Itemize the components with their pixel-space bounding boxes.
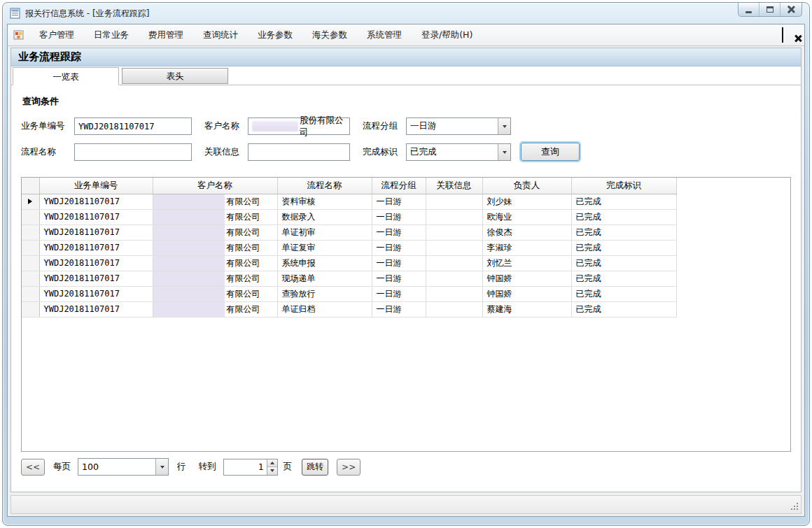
row-selector[interactable]: [22, 301, 39, 317]
menu-item-customs-params[interactable]: 海关参数: [302, 26, 357, 45]
table-row[interactable]: YWDJ20181107017 有限公司 单证初审 一日游 徐俊杰 已完成: [22, 224, 676, 240]
cell-flow-name[interactable]: 单证初审: [277, 224, 372, 240]
customer-name-input[interactable]: 股份有限公司: [248, 117, 350, 135]
resize-grip[interactable]: [790, 502, 799, 512]
column-header-flow-name[interactable]: 流程名称: [277, 178, 372, 194]
dropdown-arrow-icon[interactable]: [498, 118, 510, 134]
menu-item-customer-mgmt[interactable]: 客户管理: [29, 26, 84, 45]
row-selector[interactable]: [22, 271, 39, 286]
column-header-customer[interactable]: 客户名称: [153, 178, 277, 194]
cell-customer[interactable]: 有限公司: [153, 240, 277, 255]
cell-order-no[interactable]: YWDJ20181107017: [39, 271, 153, 286]
table-row[interactable]: YWDJ20181107017 有限公司 资料审核 一日游 刘少妹 已完成: [22, 194, 676, 209]
table-row[interactable]: YWDJ20181107017 有限公司 单证归档 一日游 蔡建海 已完成: [22, 301, 676, 317]
cell-flow-name[interactable]: 系统申报: [277, 255, 372, 271]
menu-item-query-stats[interactable]: 查询统计: [193, 26, 248, 45]
menu-item-business-params[interactable]: 业务参数: [248, 26, 302, 45]
cell-complete-flag[interactable]: 已完成: [571, 301, 676, 317]
cell-related-info[interactable]: [426, 286, 482, 301]
next-page-button[interactable]: >>: [337, 459, 360, 476]
column-header-flow-group[interactable]: 流程分组: [372, 178, 426, 194]
cell-flow-name[interactable]: 现场递单: [277, 271, 372, 286]
row-selector[interactable]: [22, 224, 39, 240]
dropdown-arrow-icon[interactable]: [498, 144, 510, 160]
cell-flow-name[interactable]: 单证复审: [277, 240, 372, 255]
related-info-input[interactable]: [248, 143, 350, 161]
tab-list-view[interactable]: 一览表: [13, 67, 119, 85]
cell-flow-group[interactable]: 一日游: [372, 255, 426, 271]
table-row[interactable]: YWDJ20181107017 有限公司 数据录入 一日游 欧海业 已完成: [22, 209, 676, 224]
flow-group-select[interactable]: 一日游: [406, 117, 511, 135]
cell-customer[interactable]: 有限公司: [153, 271, 277, 286]
cell-customer[interactable]: 有限公司: [153, 286, 277, 301]
cell-customer[interactable]: 有限公司: [153, 255, 277, 271]
cell-owner[interactable]: 刘少妹: [482, 194, 571, 209]
row-selector-current[interactable]: [22, 194, 39, 209]
menu-item-login-help[interactable]: 登录/帮助(H): [412, 26, 482, 45]
page-number-input[interactable]: 1: [223, 459, 278, 476]
menu-item-daily-business[interactable]: 日常业务: [84, 26, 139, 45]
jump-button[interactable]: 跳转: [302, 459, 328, 476]
cell-owner[interactable]: 李淑珍: [482, 240, 571, 255]
cell-owner[interactable]: 钟国娇: [482, 271, 571, 286]
spin-up-button[interactable]: [267, 459, 277, 468]
cell-flow-name[interactable]: 查验放行: [277, 286, 372, 301]
column-header-complete-flag[interactable]: 完成标识: [571, 178, 676, 194]
dropdown-arrow-icon[interactable]: [155, 459, 168, 475]
cell-order-no[interactable]: YWDJ20181107017: [39, 301, 153, 317]
spin-down-button[interactable]: [267, 467, 277, 475]
cell-order-no[interactable]: YWDJ20181107017: [39, 209, 153, 224]
cell-customer[interactable]: 有限公司: [153, 301, 277, 317]
cell-flow-name[interactable]: 资料审核: [277, 194, 372, 209]
per-page-select[interactable]: 100: [78, 458, 169, 476]
column-header-related-info[interactable]: 关联信息: [426, 178, 482, 194]
order-no-input[interactable]: [74, 117, 192, 135]
cell-related-info[interactable]: [426, 271, 482, 286]
close-button[interactable]: [780, 3, 802, 16]
cell-related-info[interactable]: [426, 255, 482, 271]
cell-flow-name[interactable]: 数据录入: [277, 209, 372, 224]
cell-flow-group[interactable]: 一日游: [372, 301, 426, 317]
cell-flow-group[interactable]: 一日游: [372, 194, 426, 209]
cell-order-no[interactable]: YWDJ20181107017: [39, 286, 153, 301]
cell-owner[interactable]: 徐俊杰: [482, 224, 571, 240]
table-row[interactable]: YWDJ20181107017 有限公司 现场递单 一日游 钟国娇 已完成: [22, 271, 676, 286]
cell-order-no[interactable]: YWDJ20181107017: [39, 255, 153, 271]
cell-related-info[interactable]: [426, 240, 482, 255]
search-button[interactable]: 查询: [521, 143, 580, 161]
cell-related-info[interactable]: [426, 194, 482, 209]
cell-flow-group[interactable]: 一日游: [372, 209, 426, 224]
cell-order-no[interactable]: YWDJ20181107017: [39, 240, 153, 255]
menu-item-fee-mgmt[interactable]: 费用管理: [139, 26, 193, 45]
cell-flow-name[interactable]: 单证归档: [277, 301, 372, 317]
cell-order-no[interactable]: YWDJ20181107017: [39, 224, 153, 240]
cell-order-no[interactable]: YWDJ20181107017: [39, 194, 153, 209]
cell-owner[interactable]: 钟国娇: [482, 286, 571, 301]
cell-related-info[interactable]: [426, 209, 482, 224]
cell-complete-flag[interactable]: 已完成: [571, 224, 676, 240]
row-selector[interactable]: [22, 240, 39, 255]
table-row[interactable]: YWDJ20181107017 有限公司 单证复审 一日游 李淑珍 已完成: [22, 240, 676, 255]
cell-customer[interactable]: 有限公司: [153, 209, 277, 224]
menu-item-system-mgmt[interactable]: 系统管理: [357, 26, 412, 45]
row-selector[interactable]: [22, 255, 39, 271]
cell-complete-flag[interactable]: 已完成: [571, 255, 676, 271]
mdi-restore-button[interactable]: [782, 29, 783, 42]
column-header-order-no[interactable]: 业务单编号: [39, 178, 153, 194]
cell-owner[interactable]: 刘忆兰: [482, 255, 571, 271]
cell-customer[interactable]: 有限公司: [153, 194, 277, 209]
cell-related-info[interactable]: [426, 301, 482, 317]
prev-page-button[interactable]: <<: [21, 459, 45, 476]
cell-related-info[interactable]: [426, 224, 482, 240]
cell-owner[interactable]: 欧海业: [482, 209, 571, 224]
cell-complete-flag[interactable]: 已完成: [571, 209, 676, 224]
row-selector[interactable]: [22, 286, 39, 301]
column-header-owner[interactable]: 负责人: [482, 178, 571, 194]
minimize-button[interactable]: [738, 3, 760, 16]
cell-flow-group[interactable]: 一日游: [372, 286, 426, 301]
table-row[interactable]: YWDJ20181107017 有限公司 查验放行 一日游 钟国娇 已完成: [22, 286, 676, 301]
maximize-button[interactable]: [760, 3, 780, 16]
cell-flow-group[interactable]: 一日游: [372, 240, 426, 255]
cell-complete-flag[interactable]: 已完成: [571, 286, 676, 301]
complete-flag-select[interactable]: 已完成: [406, 143, 511, 161]
